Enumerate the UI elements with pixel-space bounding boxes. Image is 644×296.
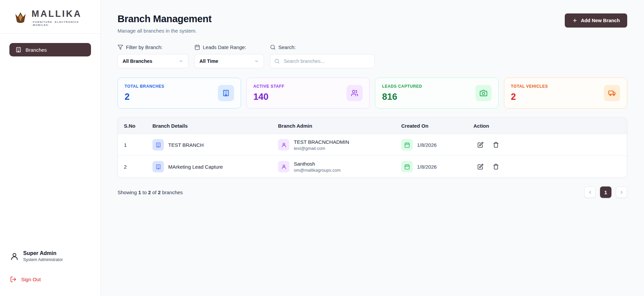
branch-filter-group: Filter by Branch: All Branches [118,44,188,68]
chevron-right-icon [619,190,624,195]
table-row: 2 MArketing Lead Capture Santhosh om@mal… [118,156,627,177]
add-new-branch-label: Add New Branch [581,18,620,23]
sidebar-item-branches[interactable]: Branches [9,43,91,56]
stat-value: 816 [382,92,422,102]
edit-button[interactable] [477,142,484,148]
filters-bar: Filter by Branch: All Branches Leads Dat… [118,44,627,68]
search-group: Search: [270,44,375,68]
table-row: 1 TEST BRANCH TEST BRACNCHADMIN test@gma… [118,134,627,156]
sidebar-item-label: Branches [26,47,47,53]
created-date: 1/8/2026 [417,164,436,170]
stats-row: TOTAL BRANCHES 2 ACTIVE STAFF 140 LEADS … [118,78,627,109]
showing-summary: Showing 1 to 2 of 2 branches [118,189,183,195]
user-icon [10,252,19,261]
admin-name: Santhosh [294,161,341,167]
col-action: Action [473,123,627,129]
branch-filter-label: Filter by Branch: [118,44,188,50]
search-label: Search: [270,44,375,50]
branch-filter-select[interactable]: All Branches [118,54,188,68]
branch-name: MArketing Lead Capture [168,164,223,170]
pagination: 1 [584,186,627,198]
building-icon [152,161,164,172]
stat-label: ACTIVE STAFF [254,84,284,89]
date-range-select[interactable]: All Time [194,54,264,68]
stat-label: TOTAL VEHICLES [511,84,548,89]
table-header-row: S.No Branch Details Branch Admin Created… [118,118,627,134]
next-page-button[interactable] [616,186,627,198]
user-role: System Administrator [23,257,63,262]
crown-logo-icon [13,10,28,26]
col-sno: S.No [124,123,152,129]
building-icon [15,47,21,53]
sidebar: MALLIKA ·FURNITURE ·ELECTRONICS ·MOBILES… [0,0,101,296]
sign-out-label: Sign Out [21,277,41,282]
created-date: 1/8/2026 [417,142,436,148]
date-filter-label: Leads Date Range: [194,44,264,50]
calendar-icon [194,44,200,50]
branch-name: TEST BRANCH [168,142,204,148]
trash-icon [493,164,499,170]
date-filter-group: Leads Date Range: All Time [194,44,264,68]
stat-active-staff: ACTIVE STAFF 140 [246,78,370,109]
stat-value: 140 [254,92,284,102]
sidebar-nav: Branches [0,34,100,66]
admin-email: test@gmail.com [294,146,349,151]
col-branch-details: Branch Details [152,123,278,129]
calendar-icon [401,139,413,151]
edit-icon [477,142,484,148]
delete-button[interactable] [493,164,499,170]
admin-name: TEST BRACNCHADMIN [294,139,349,145]
page-title: Branch Management [118,13,212,25]
sign-out-button[interactable]: Sign Out [0,267,100,296]
page-1-button[interactable]: 1 [600,186,611,198]
stat-total-branches: TOTAL BRANCHES 2 [118,78,241,109]
user-icon [278,139,289,151]
col-branch-admin: Branch Admin [278,123,401,129]
chevron-left-icon [588,190,593,195]
camera-icon [475,85,492,101]
plus-icon [572,18,578,23]
brand-tagline: ·FURNITURE ·ELECTRONICS ·MOBILES· [32,20,94,27]
delete-button[interactable] [493,142,499,148]
search-icon [270,44,276,50]
stat-label: TOTAL BRANCHES [125,84,164,89]
brand-name: MALLIKA [32,9,94,19]
brand-logo: MALLIKA ·FURNITURE ·ELECTRONICS ·MOBILES… [0,0,100,34]
stat-label: LEADS CAPTURED [382,84,422,89]
calendar-icon [401,161,413,172]
stat-value: 2 [125,92,164,102]
search-input[interactable] [270,54,375,68]
row-sno: 1 [124,142,152,148]
add-new-branch-button[interactable]: Add New Branch [565,13,627,28]
previous-page-button[interactable] [584,186,596,198]
funnel-icon [118,44,123,50]
edit-icon [477,164,484,170]
page-subtitle: Manage all branches in the system. [118,28,212,34]
logout-icon [10,276,16,283]
building-icon [152,139,164,151]
search-icon [274,58,280,64]
chevron-down-icon [179,59,183,64]
users-icon [347,85,363,101]
truck-icon [604,85,620,101]
user-info: Super Admin System Administrator [0,250,100,267]
main-content: Branch Management Manage all branches in… [101,0,644,296]
col-created-on: Created On [401,123,473,129]
user-icon [278,161,289,172]
stat-value: 2 [511,92,548,102]
stat-total-vehicles: TOTAL VEHICLES 2 [504,78,628,109]
branch-filter-value: All Branches [123,58,152,64]
edit-button[interactable] [477,164,484,170]
stat-leads-captured: LEADS CAPTURED 816 [375,78,499,109]
admin-email: om@mallikagroups.com [294,168,341,173]
row-sno: 2 [124,164,152,170]
chevron-down-icon [254,59,259,64]
date-range-value: All Time [199,58,218,64]
building-icon [218,85,234,101]
user-name: Super Admin [23,250,63,256]
branches-table: S.No Branch Details Branch Admin Created… [118,117,627,178]
trash-icon [493,142,499,148]
